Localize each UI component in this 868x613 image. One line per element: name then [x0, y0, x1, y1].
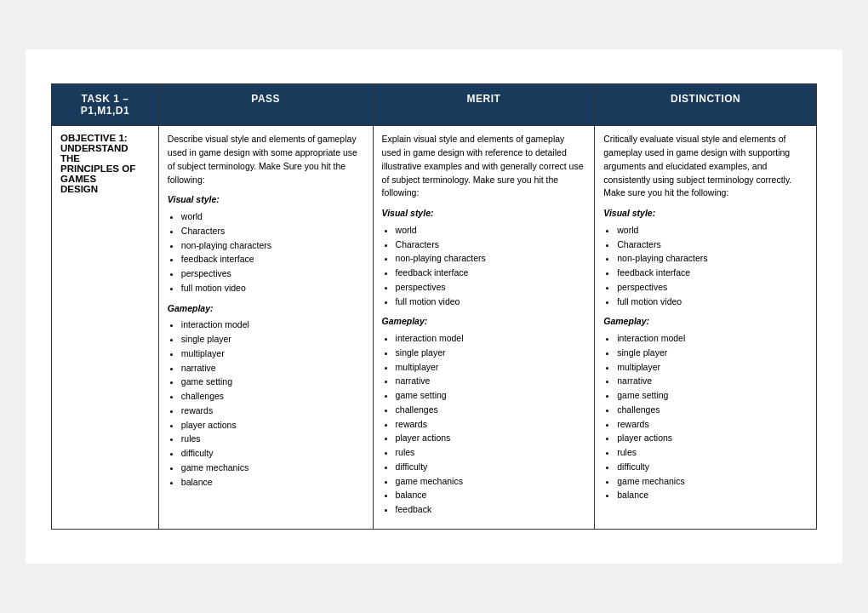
list-item: challenges: [396, 404, 586, 417]
list-item: challenges: [181, 390, 364, 404]
list-item: perspectives: [617, 281, 808, 295]
header-pass: PASS: [158, 84, 373, 126]
list-item: Characters: [396, 238, 586, 252]
list-item: difficulty: [617, 461, 808, 474]
list-item: multiplayer: [617, 361, 808, 375]
list-item: perspectives: [396, 281, 586, 295]
list-item: interaction model: [181, 318, 364, 332]
header-task: TASK 1 – P1,M1,D1: [52, 84, 159, 126]
pass-visual-list: world Characters non-playing characters …: [181, 210, 364, 295]
pass-gameplay-list: interaction model single player multipla…: [181, 318, 364, 489]
list-item: Characters: [617, 238, 808, 252]
page: TASK 1 – P1,M1,D1 PASS MERIT DISTINCTION…: [26, 49, 842, 564]
list-item: narrative: [396, 375, 586, 388]
pass-cell: Describe visual style and elements of ga…: [158, 126, 373, 530]
list-item: interaction model: [617, 332, 808, 346]
list-item: perspectives: [181, 267, 364, 281]
list-item: single player: [181, 333, 364, 347]
merit-visual-title: Visual style:: [382, 207, 586, 221]
distinction-gameplay-title: Gameplay:: [603, 315, 808, 329]
list-item: balance: [617, 489, 808, 502]
list-item: player actions: [617, 432, 808, 445]
distinction-visual-title: Visual style:: [603, 207, 808, 221]
list-item: interaction model: [396, 332, 586, 346]
distinction-visual-list: world Characters non-playing characters …: [617, 224, 808, 309]
header-merit: MERIT: [373, 84, 595, 126]
merit-visual-list: world Characters non-playing characters …: [396, 224, 586, 309]
list-item: rewards: [181, 404, 364, 418]
distinction-gameplay-list: interaction model single player multipla…: [617, 332, 808, 502]
objective-line3: PRINCIPLES OF GAMES: [60, 163, 135, 184]
list-item: non-playing characters: [617, 252, 808, 266]
list-item: rules: [396, 446, 586, 460]
list-item: feedback interface: [396, 266, 586, 280]
list-item: multiplayer: [181, 347, 364, 361]
objective-line2: UNDERSTAND THE: [60, 143, 128, 163]
pass-intro: Describe visual style and elements of ga…: [168, 133, 364, 186]
pass-visual-title: Visual style:: [168, 193, 364, 207]
list-item: world: [617, 224, 808, 238]
list-item: rewards: [396, 418, 586, 432]
list-item: feedback interface: [181, 253, 364, 266]
list-item: difficulty: [181, 447, 364, 461]
list-item: full motion video: [396, 295, 586, 309]
list-item: challenges: [617, 404, 808, 417]
list-item: game mechanics: [617, 475, 808, 489]
pass-gameplay-title: Gameplay:: [168, 302, 364, 316]
distinction-cell: Critically evaluate visual style and ele…: [595, 126, 817, 530]
list-item: balance: [181, 476, 364, 490]
list-item: player actions: [396, 432, 586, 445]
list-item: game mechanics: [396, 475, 586, 489]
list-item: world: [396, 224, 586, 238]
list-item: single player: [617, 347, 808, 360]
list-item: game setting: [617, 389, 808, 403]
list-item: player actions: [181, 419, 364, 433]
objective-line1: OBJECTIVE 1:: [60, 133, 128, 143]
list-item: rewards: [617, 418, 808, 432]
list-item: Characters: [181, 225, 364, 238]
list-item: full motion video: [181, 282, 364, 295]
list-item: difficulty: [396, 461, 586, 474]
distinction-intro: Critically evaluate visual style and ele…: [603, 133, 808, 200]
list-item: narrative: [617, 375, 808, 388]
list-item: rules: [617, 446, 808, 460]
objective-cell: OBJECTIVE 1: UNDERSTAND THE PRINCIPLES O…: [52, 126, 159, 530]
list-item: balance: [396, 489, 586, 502]
list-item: feedback interface: [617, 266, 808, 280]
list-item: non-playing characters: [181, 239, 364, 253]
merit-intro: Explain visual style and elements of gam…: [382, 133, 586, 200]
list-item: multiplayer: [396, 361, 586, 375]
list-item: single player: [396, 347, 586, 360]
list-item: feedback: [396, 503, 586, 517]
list-item: full motion video: [617, 295, 808, 309]
list-item: non-playing characters: [396, 252, 586, 266]
list-item: rules: [181, 433, 364, 446]
merit-cell: Explain visual style and elements of gam…: [373, 126, 595, 530]
list-item: world: [181, 210, 364, 224]
list-item: narrative: [181, 362, 364, 375]
merit-gameplay-title: Gameplay:: [382, 315, 586, 329]
list-item: game setting: [396, 389, 586, 403]
merit-gameplay-list: interaction model single player multipla…: [396, 332, 586, 517]
list-item: game mechanics: [181, 461, 364, 475]
list-item: game setting: [181, 375, 364, 389]
header-distinction: DISTINCTION: [595, 84, 817, 126]
main-table: TASK 1 – P1,M1,D1 PASS MERIT DISTINCTION…: [51, 83, 817, 530]
objective-line4: DESIGN: [60, 184, 98, 194]
